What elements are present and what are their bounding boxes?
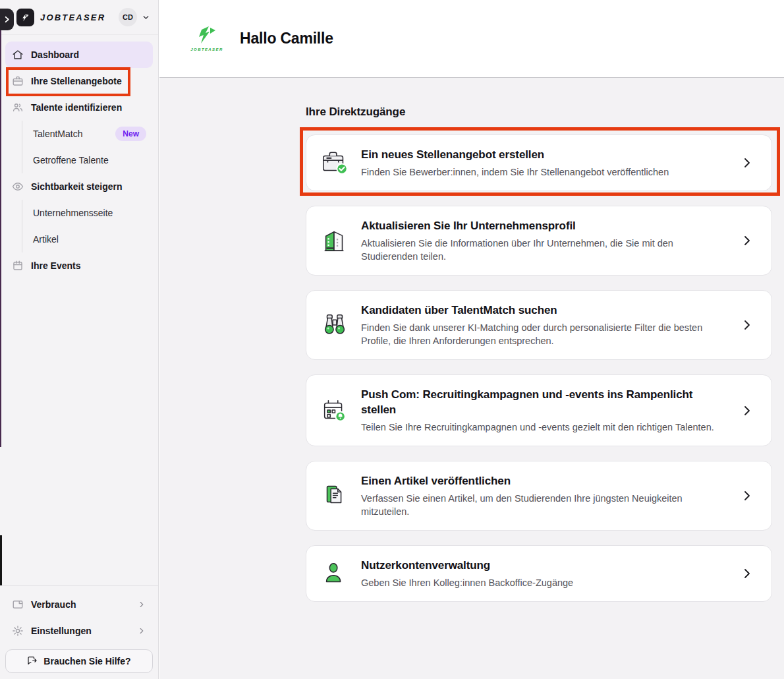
card-description: Aktualisieren Sie die Informationen über… [361,237,730,263]
binoculars-icon [320,310,350,340]
sidebar-item-getroffene-talente[interactable]: Getroffene Talente [22,147,153,173]
sidebar-footer: Verbrauch Einstellungen Brauchen Sie Hil… [0,585,158,679]
people-icon [12,102,24,113]
chevron-right-icon [137,600,146,609]
sidebar-item-verbrauch[interactable]: Verbrauch [5,591,153,618]
jobteaser-logo-green: JOBTEASER [191,26,223,51]
eye-icon [12,181,24,192]
chevron-right-icon [741,490,753,502]
section-title: Ihre Direktzugänge [306,105,784,119]
calendar-push-icon [320,396,350,426]
sidebar-item-einstellungen[interactable]: Einstellungen [5,618,153,644]
sidebar-nav: Dashboard Ihre Stellenangebote Talente i… [0,35,158,279]
buildings-icon [320,225,350,256]
main-area: JOBTEASER Hallo Camille Ihre Direktzugän… [159,0,784,679]
quick-access-cards: Ein neues Stellenangebot erstellen Finde… [306,134,772,602]
card-title: Einen Artikel veröffentlichen [361,473,730,488]
card-create-job-offer[interactable]: Ein neues Stellenangebot erstellen Finde… [306,134,772,191]
chevron-right-icon [741,157,753,169]
card-body: Aktualisieren Sie Ihr Unternehmensprofil… [361,218,730,263]
card-title: Nutzerkontenverwaltung [361,558,730,573]
jobteaser-wordmark: JOBTEASER [40,13,105,22]
card-title: Aktualisieren Sie Ihr Unternehmensprofil [361,218,730,233]
sidebar-item-label: Talente identifizieren [31,102,122,113]
card-description: Geben Sie Ihren Kolleg:innen Backoffice-… [361,576,730,589]
sidebar-item-artikel[interactable]: Artikel [22,226,153,252]
jobteaser-logo-caption: JOBTEASER [190,47,223,51]
card-description: Finden Sie Bewerber:innen, indem Sie Ihr… [361,165,730,179]
sidebar-item-label: Verbrauch [31,599,76,610]
sidebar-item-unternehmensseite[interactable]: Unternehmensseite [22,200,153,226]
briefcase-icon [12,75,24,87]
user-icon [320,558,350,589]
chevron-right-icon [3,14,11,26]
wallet-icon [12,599,24,610]
card-search-talentmatch[interactable]: Kandidaten über TalentMatch suchen Finde… [306,290,772,360]
window-edge-purple-line [0,30,1,447]
sidebar-item-label: Unternehmensseite [33,208,113,218]
sidebar-header: JOBTEASER CD [0,0,158,35]
window-edge-black-line [0,535,2,585]
sidebar-item-label: Ihre Stellenangebote [31,76,122,86]
sidebar-item-label: Sichtbarkeit steigern [31,181,123,192]
card-update-company-profile[interactable]: Aktualisieren Sie Ihr Unternehmensprofil… [306,206,772,276]
sidebar-collapse-toggle[interactable] [0,9,14,30]
main-content: Ihre Direktzugänge Ein neues [159,78,784,602]
sidebar-item-stellenangebote[interactable]: Ihre Stellenangebote [5,68,153,94]
main-header: JOBTEASER Hallo Camille [159,0,784,78]
gear-icon [12,625,24,637]
card-publish-article[interactable]: Einen Artikel veröffentlichen Verfassen … [306,461,772,531]
sidebar-item-dashboard[interactable]: Dashboard [5,42,153,68]
card-body: Ein neues Stellenangebot erstellen Finde… [361,147,730,179]
card-body: Kandidaten über TalentMatch suchen Finde… [361,303,730,347]
user-avatar[interactable]: CD [119,8,137,26]
articles-icon [320,481,350,511]
chevron-right-icon [741,568,753,579]
card-title: Ein neues Stellenangebot erstellen [361,147,730,162]
help-button[interactable]: Brauchen Sie Hilfe? [5,649,153,673]
sidebar-item-label: Getroffene Talente [33,155,109,165]
help-button-label: Brauchen Sie Hilfe? [43,656,130,666]
sidebar-item-label: Einstellungen [31,626,92,636]
sidebar-item-talente-identifizieren[interactable]: Talente identifizieren [5,94,153,121]
jobteaser-logo-mark-dark [16,9,34,26]
card-description: Finden Sie dank unserer KI-Matching oder… [361,321,730,347]
home-icon [12,49,24,61]
sidebar-item-label: Ihre Events [31,260,80,271]
new-badge: New [115,127,146,141]
card-body: Push Com: Recruitingkampagnen und -event… [361,387,730,434]
sidebar-subgroup-sichtbarkeit: Unternehmensseite Artikel [22,200,153,252]
sidebar-item-talentmatch[interactable]: TalentMatch New [22,121,153,147]
page-title: Hallo Camille [240,30,333,47]
sidebar-item-label: TalentMatch [33,129,82,139]
sidebar-item-sichtbarkeit-steigern[interactable]: Sichtbarkeit steigern [5,173,153,200]
sidebar-item-label: Artikel [33,234,59,245]
card-body: Einen Artikel veröffentlichen Verfassen … [361,473,730,518]
card-description: Teilen Sie Ihre Recruitingkampagnen und … [361,421,730,434]
chevron-down-icon[interactable] [142,13,150,22]
calendar-icon [12,260,24,272]
sidebar-subgroup-talente: TalentMatch New Getroffene Talente [22,121,153,173]
card-title: Push Com: Recruitingkampagnen und -event… [361,387,730,417]
briefcase-check-icon [320,148,350,178]
chevron-right-icon [741,235,753,247]
chat-help-icon [27,655,38,668]
card-body: Nutzerkontenverwaltung Geben Sie Ihren K… [361,558,730,589]
card-description: Verfassen Sie einen Artikel, um den Stud… [361,492,730,518]
card-push-com[interactable]: Push Com: Recruitingkampagnen und -event… [306,374,772,446]
chevron-right-icon [741,319,753,331]
sidebar: JOBTEASER CD Dashboard Ihre Stellenangeb… [0,0,159,679]
chevron-right-icon [137,626,146,635]
card-user-account-management[interactable]: Nutzerkontenverwaltung Geben Sie Ihren K… [306,545,772,602]
sidebar-item-label: Dashboard [31,49,79,60]
sidebar-item-ihre-events[interactable]: Ihre Events [5,252,153,279]
card-title: Kandidaten über TalentMatch suchen [361,303,730,318]
chevron-right-icon [741,405,753,417]
